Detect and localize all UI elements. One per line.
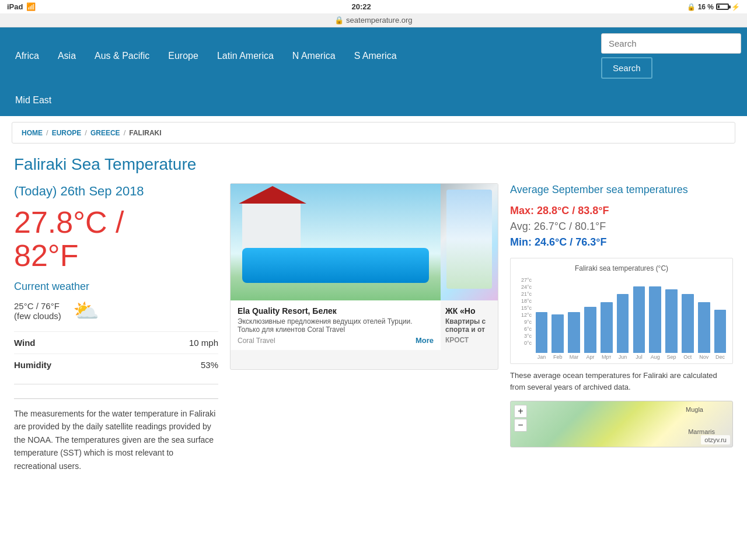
- wind-label: Wind: [14, 338, 36, 348]
- y-label-6: 6°c: [524, 326, 532, 332]
- y-axis: 27°c 24°c 21°c 18°c 15°c 12°c 9°c 6°c 3°…: [515, 277, 533, 346]
- temp-max-value: Max: 28.8°C / 83.8°F: [510, 205, 609, 216]
- breadcrumb-sep-3: /: [124, 128, 126, 137]
- content-grid: (Today) 26th Sep 2018 27.8°C / 82°F Curr…: [14, 183, 733, 473]
- nav-aus-pacific[interactable]: Aus & Pacific: [85, 40, 159, 72]
- ad-caption-row: Ela Quality Resort, Белек Эксклюзивные п…: [231, 300, 498, 350]
- x-label-sep: Sep: [664, 354, 679, 360]
- temp-celsius: 27.8°C /: [14, 205, 124, 239]
- weather-detail: 25°C / 76°F (few clouds) ⛅: [14, 299, 218, 323]
- ad-container: i Ela Quality Resort, Белек: [230, 183, 498, 370]
- right-col: Average September sea temperatures Max: …: [510, 183, 733, 447]
- navbar: Africa Asia Aus & Pacific Europe Latin A…: [0, 27, 747, 116]
- bar-jul: [631, 284, 647, 353]
- bottom-text: The measurements for the water temperatu…: [14, 398, 218, 473]
- breadcrumb-current: FALIRAKI: [129, 129, 161, 137]
- nav-items: Africa Asia Aus & Pacific Europe Latin A…: [6, 40, 595, 72]
- status-bar: iPad 📶 20:22 🔒 16 % ⚡: [0, 0, 747, 13]
- device-label: iPad: [7, 2, 23, 11]
- humidity-row: Humidity 53%: [14, 354, 218, 376]
- x-label-feb: Feb: [550, 354, 566, 360]
- chart-title: Faliraki sea temperatures (°C): [515, 264, 728, 272]
- bar-apr: [582, 284, 598, 353]
- date-label: (Today) 26th Sep 2018: [14, 183, 218, 200]
- x-label-jul: Jul: [631, 354, 647, 360]
- temp-avg-value: Avg: 26.7°C / 80.1°F: [510, 220, 606, 232]
- ad-images: [231, 184, 498, 300]
- ad-image-right: [441, 184, 498, 300]
- search-button[interactable]: Search: [601, 57, 652, 79]
- ad-title: Ela Quality Resort, Белек: [238, 306, 434, 316]
- wind-value: 10 mph: [189, 338, 218, 348]
- wifi-icon: 📶: [26, 2, 36, 11]
- humidity-label: Humidity: [14, 360, 51, 370]
- ad-source: Coral Travel: [238, 337, 275, 345]
- ad-more[interactable]: More: [416, 336, 434, 345]
- x-label-nov: Nov: [696, 354, 711, 360]
- weather-line2: (few clouds): [14, 311, 61, 321]
- x-label-jun: Jun: [615, 354, 630, 360]
- separator: [14, 384, 218, 384]
- x-label-jan: Jan: [534, 354, 549, 360]
- temp-main: 27.8°C / 82°F: [14, 206, 218, 272]
- nav-row2: Mid East: [6, 85, 741, 116]
- y-label-27: 27°c: [521, 277, 532, 283]
- ad-right-desc: Квартиры с спорта и от: [445, 317, 493, 334]
- status-left: iPad 📶: [7, 2, 36, 11]
- bar-jun: [615, 284, 630, 353]
- y-label-21: 21°c: [521, 291, 532, 297]
- bar-aug: [648, 284, 663, 353]
- chart-area: 27°c 24°c 21°c 18°c 15°c 12°c 9°c 6°c 3°…: [515, 277, 728, 353]
- map-city-label: Mugla: [686, 406, 703, 413]
- map-zoom-in[interactable]: +: [514, 405, 527, 418]
- bar-feb: [550, 284, 566, 353]
- breadcrumb-greece[interactable]: GREECE: [90, 129, 120, 137]
- bar-sep: [664, 284, 679, 353]
- temp-max-stat: Max: 28.8°C / 83.8°F: [510, 205, 733, 217]
- y-label-3: 3°c: [524, 333, 532, 339]
- bar-dec: [713, 284, 728, 353]
- temp-avg-stat: Avg: 26.7°C / 80.1°F: [510, 220, 733, 233]
- url-text: seatemperature.org: [346, 16, 412, 24]
- bar-nov: [696, 284, 711, 353]
- avg-title: Average September sea temperatures: [510, 183, 733, 197]
- bar-jan: [534, 284, 549, 353]
- y-label-15: 15°c: [521, 305, 532, 311]
- chart-bars: [534, 284, 728, 353]
- nav-europe[interactable]: Europe: [159, 40, 208, 72]
- search-input[interactable]: [601, 33, 741, 54]
- nav-search-area: Search: [595, 27, 741, 85]
- nav-top: Africa Asia Aus & Pacific Europe Latin A…: [6, 27, 741, 85]
- page-title: Faliraki Sea Temperature: [14, 155, 733, 174]
- x-label-dec: Dec: [713, 354, 728, 360]
- x-label-мрт: Мрт: [599, 354, 614, 360]
- ad-desc: Эксклюзивные предложения ведущих отелей …: [238, 317, 434, 334]
- chart-container: Faliraki sea temperatures (°C) 27°c 24°c…: [510, 258, 733, 364]
- breadcrumb-home[interactable]: HOME: [22, 129, 43, 137]
- weather-text: 25°C / 76°F (few clouds): [14, 301, 61, 321]
- map-zoom-out[interactable]: −: [514, 419, 527, 432]
- main-content: Faliraki Sea Temperature (Today) 26th Se…: [0, 149, 747, 478]
- y-label-12: 12°c: [521, 312, 532, 318]
- lock-url-icon: 🔒: [334, 16, 344, 24]
- url-bar: 🔒 seatemperature.org: [0, 13, 747, 27]
- ad-right-source: КРОСТ: [445, 336, 493, 344]
- map-watermark: otzyv.ru: [701, 435, 730, 444]
- nav-mid-east[interactable]: Mid East: [6, 85, 61, 116]
- breadcrumb-europe[interactable]: EUROPE: [52, 129, 82, 137]
- breadcrumb: HOME / EUROPE / GREECE / FALIRAKI: [12, 122, 735, 144]
- middle-col: i Ela Quality Resort, Белек: [230, 183, 498, 370]
- ad-source-row: Coral Travel More: [238, 336, 434, 345]
- nav-africa[interactable]: Africa: [6, 40, 48, 72]
- nav-n-america[interactable]: N America: [283, 40, 345, 72]
- ad-caption-right: ЖК «Но Квартиры с спорта и от КРОСТ: [441, 300, 498, 350]
- nav-s-america[interactable]: S America: [345, 40, 406, 72]
- temp-fahrenheit: 82°F: [14, 239, 78, 272]
- map-preview: + − Mugla Marmaris otzyv.ru: [510, 401, 733, 447]
- chart-x-labels: JanFebMarAprМртJunJulAugSepOctNovDec: [515, 354, 728, 360]
- bar-oct: [680, 284, 695, 353]
- x-label-apr: Apr: [582, 354, 598, 360]
- nav-asia[interactable]: Asia: [48, 40, 85, 72]
- y-label-9: 9°c: [524, 319, 532, 325]
- nav-latin-america[interactable]: Latin America: [208, 40, 283, 72]
